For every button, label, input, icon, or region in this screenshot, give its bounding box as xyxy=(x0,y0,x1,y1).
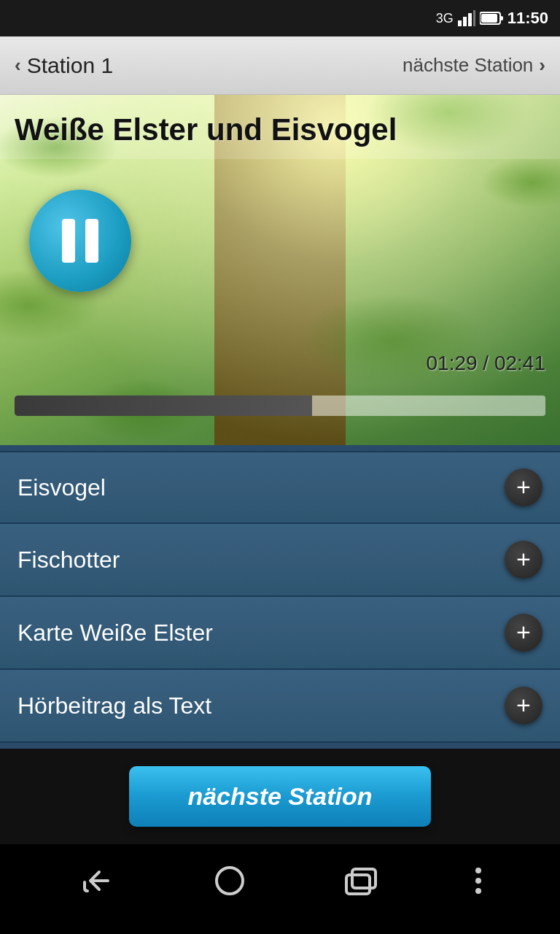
expand-button[interactable]: + xyxy=(505,687,542,725)
signal-bars-icon xyxy=(458,10,475,26)
list-item-label: Hörbeitrag als Text xyxy=(18,692,211,719)
svg-rect-6 xyxy=(481,14,497,23)
progress-track[interactable] xyxy=(15,395,545,416)
menu-dots-icon xyxy=(475,868,481,894)
list-item[interactable]: Karte Weiße Elster + xyxy=(0,597,560,670)
list-item[interactable]: Eisvogel + xyxy=(0,451,560,524)
next-station-button[interactable]: nächste Station xyxy=(129,766,430,827)
pause-bar-left xyxy=(62,219,75,263)
svg-rect-8 xyxy=(346,875,370,894)
nav-left[interactable]: ‹ Station 1 xyxy=(15,53,113,78)
svg-rect-1 xyxy=(463,17,467,26)
pause-icon xyxy=(62,219,98,263)
expand-button[interactable]: + xyxy=(505,614,542,652)
dot xyxy=(475,888,481,894)
plus-icon: + xyxy=(516,692,531,717)
next-station-container: nächste Station xyxy=(0,749,560,844)
network-icon: 3G xyxy=(436,11,454,26)
pause-bar-right xyxy=(85,219,98,263)
media-title-container: Weiße Elster und Eisvogel xyxy=(0,95,560,159)
media-title-text: Weiße Elster und Eisvogel xyxy=(15,112,397,147)
progress-fill xyxy=(15,395,312,416)
list-section: Eisvogel + Fischotter + Karte Weiße Elst… xyxy=(0,445,560,749)
next-chevron-icon[interactable]: › xyxy=(539,54,545,77)
nav-right[interactable]: nächste Station › xyxy=(402,54,545,77)
list-item-label: Karte Weiße Elster xyxy=(18,620,213,647)
svg-rect-2 xyxy=(468,13,472,26)
plus-icon: + xyxy=(516,547,531,571)
dot xyxy=(475,878,481,884)
svg-rect-9 xyxy=(352,869,376,888)
list-item[interactable]: Fischotter + xyxy=(0,524,560,597)
list-item-label: Eisvogel xyxy=(18,474,106,501)
navigation-bar: ‹ Station 1 nächste Station › xyxy=(0,36,560,95)
prev-chevron-icon[interactable]: ‹ xyxy=(15,54,21,77)
battery-icon xyxy=(480,11,503,26)
time-display: 01:29 / 02:41 xyxy=(427,352,545,375)
expand-button[interactable]: + xyxy=(505,468,542,506)
pause-button[interactable] xyxy=(29,190,131,292)
svg-rect-5 xyxy=(500,16,503,20)
time-display: 11:50 xyxy=(508,9,548,28)
status-icons: 3G 11:50 xyxy=(436,9,548,28)
status-bar: 3G 11:50 xyxy=(0,0,560,36)
media-section: Weiße Elster und Eisvogel 01:29 / 02:41 xyxy=(0,95,560,445)
android-nav-bar xyxy=(0,844,560,917)
back-button[interactable] xyxy=(79,866,115,895)
menu-button[interactable] xyxy=(475,868,481,894)
recents-button[interactable] xyxy=(345,866,377,895)
expand-button[interactable]: + xyxy=(505,541,542,579)
list-item-label: Fischotter xyxy=(18,547,120,574)
list-item[interactable]: Hörbeitrag als Text + xyxy=(0,670,560,743)
home-button[interactable] xyxy=(214,865,246,897)
svg-point-7 xyxy=(217,868,243,894)
plus-icon: + xyxy=(516,474,531,499)
svg-rect-0 xyxy=(458,20,462,26)
page-title: Station 1 xyxy=(27,53,113,78)
next-station-label[interactable]: nächste Station xyxy=(402,54,533,77)
plus-icon: + xyxy=(516,620,531,644)
svg-rect-3 xyxy=(473,10,475,26)
dot xyxy=(475,868,481,873)
progress-container[interactable] xyxy=(15,395,545,416)
